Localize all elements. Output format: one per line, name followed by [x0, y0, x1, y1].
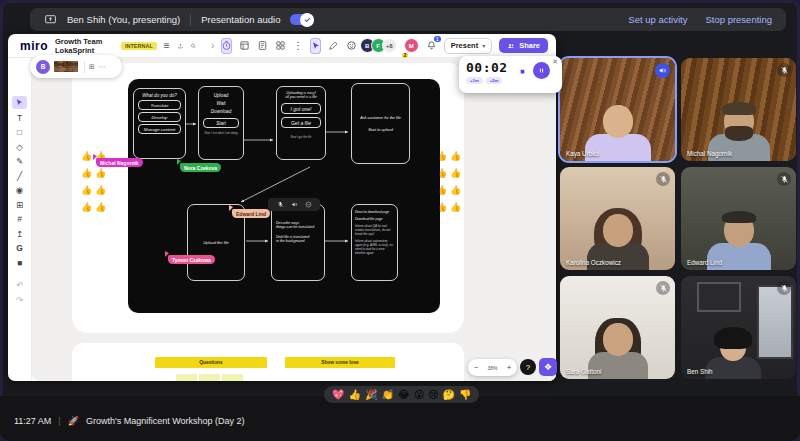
flow-option[interactable]: Manage content	[138, 124, 181, 134]
avatar-overflow[interactable]: +8	[382, 38, 397, 53]
zoom-out-button[interactable]: −	[474, 364, 478, 371]
flow-option[interactable]: Translate	[138, 100, 181, 110]
presentation-audio-toggle[interactable]	[290, 14, 314, 25]
participant-tile[interactable]: Kaya Urbko	[560, 58, 675, 161]
google-tool-icon[interactable]: G	[12, 243, 27, 254]
reaction-thumbs-up[interactable]: 👍	[348, 390, 360, 400]
select-tool-icon[interactable]	[12, 96, 27, 109]
miro-assist-button[interactable]: ❖	[539, 358, 557, 376]
layout-tool-icon[interactable]	[275, 38, 286, 54]
flow-button[interactable]: I got one!	[281, 103, 321, 114]
doc-tool-icon[interactable]	[257, 38, 268, 54]
participant-tile[interactable]: Ben Shih	[681, 276, 796, 379]
questions-bar[interactable]: Questions	[155, 357, 267, 368]
notifications-bell-icon[interactable]: 1	[426, 40, 437, 51]
reaction-thinking[interactable]: 🤔	[443, 390, 455, 400]
more-icon[interactable]: ⋯	[99, 63, 106, 71]
reaction-party[interactable]: 🎉	[365, 390, 377, 400]
flow-box-ask-customer[interactable]: Ask customer for the file Start to uploa…	[351, 83, 410, 164]
stop-presenting-link[interactable]: Stop presenting	[705, 14, 772, 25]
minus-circle-icon[interactable]	[305, 201, 312, 208]
upload-tool-icon[interactable]: ↥	[12, 229, 27, 240]
share-button[interactable]: Share	[499, 38, 548, 53]
cursor-name: Edward Lind	[236, 211, 266, 217]
apps-tool-icon[interactable]: ■	[12, 258, 27, 269]
emoji-sticker-group-right[interactable]: 👍👍 👍👍 👍👍 👍👍	[436, 152, 464, 220]
zoom-level[interactable]: 38%	[487, 365, 497, 371]
participant-tile[interactable]: Edward Lind	[681, 167, 796, 270]
voice-widget-toolbar[interactable]	[268, 198, 320, 211]
collapse-toolbar-icon[interactable]: ›	[211, 41, 214, 51]
timer-tool-icon[interactable]	[221, 38, 232, 54]
search-icon[interactable]	[190, 41, 197, 51]
flow-box-translated[interactable]: Describe ways things can be translated U…	[271, 204, 325, 281]
sticky-note[interactable]	[222, 374, 243, 381]
sticky-note[interactable]	[199, 374, 220, 381]
flowchart-frame[interactable]: What do you do? Translate Develop Manage…	[128, 79, 440, 313]
timer-add-5m-button[interactable]: +5m	[486, 77, 503, 84]
miro-tool-rail: T □ ◇ ✎ ╱ ◉ ⊞ # ↥ G ■ ↶ ↷	[8, 58, 32, 381]
sticky-note[interactable]	[176, 374, 197, 381]
cursor-name: Tymon Czakowa	[172, 257, 211, 263]
set-up-activity-link[interactable]: Set up activity	[628, 14, 687, 25]
participant-name: Edward Lind	[687, 259, 722, 266]
connector-tool-icon[interactable]: ╱	[12, 171, 27, 182]
miro-logo[interactable]: miro	[20, 39, 48, 53]
pen-tool-icon[interactable]: ✎	[12, 156, 27, 167]
reaction-sad[interactable]: 😢	[428, 390, 438, 400]
timer-stop-button[interactable]	[516, 65, 529, 78]
cursor-tool-icon[interactable]	[310, 38, 321, 54]
zoom-in-button[interactable]: +	[507, 364, 511, 371]
reaction-thumbs-down[interactable]: 👎	[459, 390, 471, 400]
flow-box-uploading-is-easy[interactable]: Uploading is easy! all you need is a fil…	[276, 86, 326, 160]
text-tool-icon[interactable]: T	[12, 113, 27, 124]
timer-pause-button[interactable]	[533, 62, 550, 79]
mic-off-icon	[777, 281, 791, 295]
miro-canvas[interactable]: 👍👍 👍👍 👍👍 👍👍 👍👍 👍👍 👍👍 👍👍	[32, 58, 556, 381]
more-tools-icon[interactable]: ⋮	[293, 41, 303, 51]
board-tool-icon[interactable]	[239, 38, 250, 54]
undo-icon[interactable]: ↶	[12, 280, 27, 291]
avatar[interactable]: M	[404, 38, 419, 53]
show-some-love-bar[interactable]: Show some love	[285, 357, 395, 368]
participant-tile[interactable]: Michal Nagornik	[681, 58, 796, 161]
frame-tool-icon[interactable]: #	[12, 214, 27, 225]
help-button[interactable]: ?	[520, 359, 536, 375]
collaborator-avatar-stack[interactable]: B F +8	[364, 38, 397, 53]
participant-tile[interactable]: Karolina Oczkowicz	[560, 167, 675, 270]
sticky-note-tool-icon[interactable]: □	[12, 127, 27, 138]
redo-icon[interactable]: ↷	[12, 295, 27, 306]
reactions-tool-icon[interactable]	[346, 38, 357, 54]
export-icon[interactable]	[177, 41, 184, 51]
table-tool-icon[interactable]: ⊞	[12, 200, 27, 211]
reaction-surprised[interactable]: 😮	[414, 390, 424, 400]
reaction-heart[interactable]: 💖	[332, 390, 344, 400]
reaction-clap[interactable]: 👏	[381, 390, 393, 400]
flow-box-download-page[interactable]: Direct to download page Download the pag…	[351, 204, 398, 281]
reaction-laugh[interactable]: 😂	[398, 390, 410, 400]
speaker-icon[interactable]	[291, 201, 298, 208]
timer-add-1m-button[interactable]: +1m	[466, 77, 483, 84]
flow-box-what-do-you-do[interactable]: What do you do? Translate Develop Manage…	[133, 88, 186, 159]
flow-button[interactable]: Start	[203, 118, 239, 128]
participant-tile[interactable]: Sara Gattoni	[560, 276, 675, 379]
present-dropdown[interactable]: Present ▾	[444, 38, 493, 54]
clock-time: 11:27 AM	[14, 416, 51, 426]
flow-box-upload-wait-download[interactable]: Upload Wait Download Start Now I see wha…	[198, 86, 244, 160]
mic-off-icon[interactable]	[277, 201, 284, 208]
collaborator-cursor: Nora Czekova	[180, 163, 221, 172]
flow-button[interactable]: Get a file	[281, 117, 321, 128]
pen-tool-icon[interactable]	[328, 38, 339, 54]
flow-option[interactable]: Develop	[138, 112, 181, 122]
timer-close-icon[interactable]: ✕	[552, 58, 558, 66]
board-frame-1[interactable]: 👍👍 👍👍 👍👍 👍👍 👍👍 👍👍 👍👍 👍👍	[72, 63, 464, 333]
comment-tool-icon[interactable]: ◉	[12, 185, 27, 196]
mic-off-icon	[656, 281, 670, 295]
shapes-tool-icon[interactable]: ◇	[12, 142, 27, 153]
menu-icon[interactable]: ≡	[164, 41, 170, 51]
board-frame-2[interactable]: Questions Show some love	[72, 343, 464, 381]
presenting-user-widget[interactable]: B Ben Shih presenting ⊞ ⋯	[30, 55, 122, 78]
board-title[interactable]: Growth Team LokaSprint	[55, 37, 114, 55]
active-collaborator-avatar[interactable]: M 2	[404, 38, 419, 53]
grid-icon[interactable]: ⊞	[89, 63, 95, 71]
